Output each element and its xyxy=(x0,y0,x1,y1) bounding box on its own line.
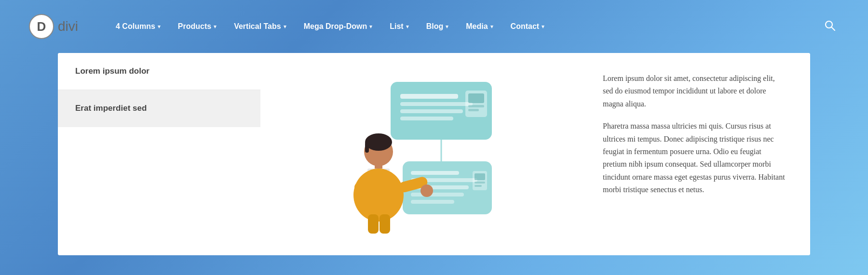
chevron-down-icon: ▾ xyxy=(490,24,493,30)
nav-label-mega-dropdown: Mega Drop-Down xyxy=(304,22,367,31)
main-nav: 4 Columns ▾ Products ▾ Vertical Tabs ▾ M… xyxy=(107,18,821,35)
nav-item-contact[interactable]: Contact ▾ xyxy=(502,18,554,35)
nav-item-list[interactable]: List ▾ xyxy=(381,18,417,35)
chevron-down-icon: ▾ xyxy=(214,24,217,30)
sidebar-item-erat[interactable]: Erat imperdiet sed xyxy=(58,90,260,127)
svg-rect-20 xyxy=(475,182,485,183)
sidebar-item-label-lorem: Lorem ipsum dolor xyxy=(75,66,149,76)
nav-item-blog[interactable]: Blog ▾ xyxy=(418,18,458,35)
main-content-panel: Lorem ipsum dolor Erat imperdiet sed xyxy=(58,53,810,255)
nav-item-vertical-tabs[interactable]: Vertical Tabs ▾ xyxy=(225,18,295,35)
chevron-down-icon: ▾ xyxy=(446,24,448,30)
chevron-down-icon: ▾ xyxy=(158,24,161,30)
right-text-area: Lorem ipsum dolor sit amet, consectetur … xyxy=(579,53,810,255)
svg-rect-10 xyxy=(468,109,479,111)
chevron-down-icon: ▾ xyxy=(284,24,286,30)
illustration-area xyxy=(260,53,579,255)
nav-label-4columns: 4 Columns xyxy=(116,22,155,31)
nav-label-products: Products xyxy=(178,22,211,31)
svg-point-27 xyxy=(353,169,404,222)
nav-item-media[interactable]: Media ▾ xyxy=(457,18,502,35)
svg-rect-3 xyxy=(400,94,458,99)
logo-circle: D xyxy=(29,14,54,39)
chevron-down-icon: ▾ xyxy=(542,24,544,30)
nav-label-contact: Contact xyxy=(511,22,540,31)
svg-rect-4 xyxy=(400,102,473,106)
sidebar-item-lorem[interactable]: Lorem ipsum dolor xyxy=(58,53,260,90)
svg-rect-17 xyxy=(411,200,454,204)
nav-item-mega-dropdown[interactable]: Mega Drop-Down ▾ xyxy=(295,18,381,35)
nav-label-list: List xyxy=(390,22,403,31)
nav-item-4columns[interactable]: 4 Columns ▾ xyxy=(107,18,169,35)
svg-rect-31 xyxy=(368,214,379,234)
illustration-svg xyxy=(328,72,511,236)
svg-point-23 xyxy=(365,133,392,151)
search-button[interactable] xyxy=(821,16,839,37)
nav-label-media: Media xyxy=(466,22,488,31)
svg-rect-30 xyxy=(354,182,371,193)
svg-rect-13 xyxy=(411,171,459,175)
svg-rect-6 xyxy=(400,117,453,120)
svg-rect-24 xyxy=(365,142,369,153)
logo[interactable]: D divi xyxy=(29,14,78,39)
svg-rect-5 xyxy=(400,109,463,113)
nav-label-blog: Blog xyxy=(426,22,444,31)
svg-rect-32 xyxy=(380,214,390,234)
logo-text: divi xyxy=(58,19,78,34)
svg-rect-16 xyxy=(411,193,464,196)
svg-rect-19 xyxy=(475,173,485,180)
nav-label-vertical-tabs: Vertical Tabs xyxy=(234,22,281,31)
svg-rect-9 xyxy=(468,105,484,107)
header: D divi 4 Columns ▾ Products ▾ Vertical T… xyxy=(0,0,868,53)
svg-rect-21 xyxy=(475,185,482,187)
logo-letter: D xyxy=(37,19,46,34)
nav-item-products[interactable]: Products ▾ xyxy=(169,18,225,35)
content-paragraph-2: Pharetra massa massa ultricies mi quis. … xyxy=(603,120,786,196)
content-paragraph-1: Lorem ipsum dolor sit amet, consectetur … xyxy=(603,72,786,110)
svg-line-1 xyxy=(832,27,835,30)
svg-point-29 xyxy=(420,184,433,197)
chevron-down-icon: ▾ xyxy=(406,24,409,30)
chevron-down-icon: ▾ xyxy=(369,24,372,30)
svg-rect-8 xyxy=(468,93,484,103)
sidebar: Lorem ipsum dolor Erat imperdiet sed xyxy=(58,53,260,255)
sidebar-item-label-erat: Erat imperdiet sed xyxy=(75,104,147,113)
